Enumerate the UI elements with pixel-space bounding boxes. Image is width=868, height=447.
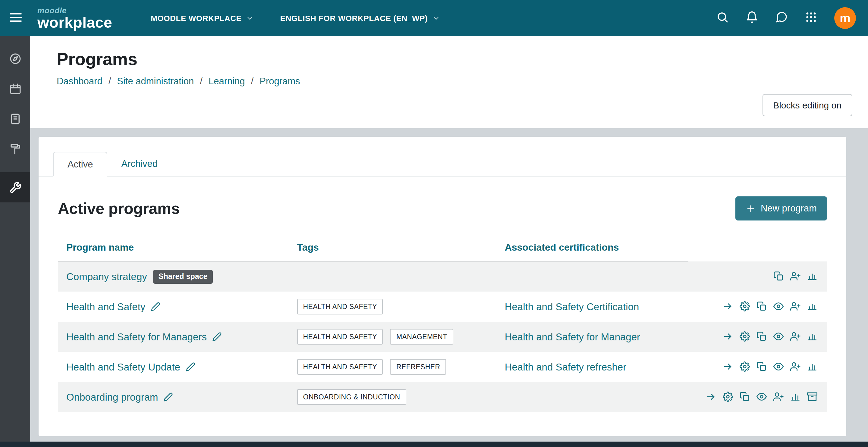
action-preview-button[interactable] xyxy=(771,360,786,374)
action-settings-button[interactable] xyxy=(720,390,735,404)
grid-icon xyxy=(805,11,817,24)
action-assign-users-button[interactable] xyxy=(771,390,786,404)
certification-link[interactable]: Health and Safety refresher xyxy=(505,361,627,372)
program-link[interactable]: Health and Safety for Managers xyxy=(66,331,207,342)
tab-active[interactable]: Active xyxy=(53,152,107,177)
action-report-button[interactable] xyxy=(805,299,820,314)
search-button[interactable] xyxy=(716,11,729,25)
chat-icon xyxy=(775,11,788,24)
sidebar-item-dashboard[interactable] xyxy=(0,43,30,73)
column-header-tags: Tags xyxy=(289,235,496,261)
action-duplicate-button[interactable] xyxy=(754,329,769,344)
certification-link[interactable]: Health and Safety Certification xyxy=(505,301,639,312)
hamburger-menu-button[interactable] xyxy=(8,10,23,26)
new-program-button[interactable]: New program xyxy=(735,196,827,221)
action-assign-users-button[interactable] xyxy=(788,329,803,344)
tag-pill: HEALTH AND SAFETY xyxy=(297,359,383,375)
action-open-button[interactable] xyxy=(720,329,735,344)
program-link[interactable]: Company strategy xyxy=(66,271,147,282)
program-link[interactable]: Onboarding program xyxy=(66,391,158,402)
action-settings-button[interactable] xyxy=(737,329,752,344)
page-header: Programs Dashboard / Site administration… xyxy=(30,36,868,128)
tag-pill: HEALTH AND SAFETY xyxy=(297,329,383,345)
program-link[interactable]: Health and Safety Update xyxy=(66,361,180,372)
program-row: Health and Safety for ManagersHEALTH AND… xyxy=(58,322,827,352)
action-preview-button[interactable] xyxy=(754,390,769,404)
tag-pill: HEALTH AND SAFETY xyxy=(297,299,383,315)
blocks-editing-button[interactable]: Blocks editing on xyxy=(762,94,852,116)
action-open-button[interactable] xyxy=(704,390,718,404)
breadcrumb-link-dashboard[interactable]: Dashboard xyxy=(57,76,102,87)
top-navbar: moodle workplace MOODLE WORKPLACE ENGLIS… xyxy=(0,0,868,36)
sidebar-item-calendar[interactable] xyxy=(0,73,30,104)
column-header-certifications: Associated certifications xyxy=(496,235,689,261)
action-assign-users-button[interactable] xyxy=(788,269,803,283)
assign-users-icon xyxy=(790,362,801,372)
notifications-button[interactable] xyxy=(746,11,758,25)
action-settings-button[interactable] xyxy=(737,299,752,314)
action-report-button[interactable] xyxy=(805,269,820,283)
edit-name-pencil-icon[interactable] xyxy=(212,332,222,341)
tools-icon xyxy=(9,181,22,194)
nav-menu-label: MOODLE WORKPLACE xyxy=(151,13,241,23)
tab-archived[interactable]: Archived xyxy=(107,151,172,176)
preview-icon xyxy=(773,332,784,342)
messages-button[interactable] xyxy=(775,11,788,25)
duplicate-icon xyxy=(740,392,750,402)
action-duplicate-button[interactable] xyxy=(737,390,752,404)
action-open-button[interactable] xyxy=(720,360,735,374)
edit-name-pencil-icon[interactable] xyxy=(186,362,195,372)
card-body: Active programs New program Program name… xyxy=(38,196,846,436)
action-preview-button[interactable] xyxy=(771,299,786,314)
calendar-icon xyxy=(9,82,22,95)
tag-pill: ONBOARDING & INDUCTION xyxy=(297,389,406,405)
action-duplicate-button[interactable] xyxy=(754,299,769,314)
action-duplicate-button[interactable] xyxy=(771,269,786,283)
action-open-button[interactable] xyxy=(720,299,735,314)
action-preview-button[interactable] xyxy=(771,329,786,344)
program-link[interactable]: Health and Safety xyxy=(66,301,145,312)
main-area: Programs Dashboard / Site administration… xyxy=(30,36,868,447)
duplicate-icon xyxy=(756,362,767,372)
sidebar-item-appearance[interactable] xyxy=(0,134,30,164)
breadcrumb-link-site-administration[interactable]: Site administration xyxy=(117,76,194,87)
action-report-button[interactable] xyxy=(805,360,820,374)
breadcrumb-link-learning[interactable]: Learning xyxy=(209,76,245,87)
open-icon xyxy=(706,392,716,402)
search-icon xyxy=(716,11,729,24)
action-report-button[interactable] xyxy=(805,329,820,344)
certification-link[interactable]: Health and Safety for Manager xyxy=(505,331,640,342)
edit-name-pencil-icon[interactable] xyxy=(164,392,173,402)
nav-menu-moodle-workplace[interactable]: MOODLE WORKPLACE xyxy=(151,13,253,23)
hamburger-icon xyxy=(8,10,23,24)
logo-workplace-text: workplace xyxy=(37,15,112,30)
tabs-bar: Active Archived xyxy=(38,137,846,177)
roller-icon xyxy=(9,142,22,155)
breadcrumb-separator: / xyxy=(251,76,254,87)
nav-menu-language[interactable]: ENGLISH FOR WORKPLACE (EN_WP) xyxy=(280,13,440,23)
content-background: Active Archived Active programs New prog… xyxy=(30,128,868,447)
action-assign-users-button[interactable] xyxy=(788,299,803,314)
section-header-row: Active programs New program xyxy=(58,196,827,221)
action-settings-button[interactable] xyxy=(737,360,752,374)
sidebar-item-courses[interactable] xyxy=(0,104,30,134)
breadcrumb-separator: / xyxy=(200,76,203,87)
preview-icon xyxy=(756,392,767,402)
action-assign-users-button[interactable] xyxy=(788,360,803,374)
moodle-workplace-logo[interactable]: moodle workplace xyxy=(37,6,112,30)
preview-icon xyxy=(773,301,784,312)
action-report-button[interactable] xyxy=(788,390,803,404)
preview-icon xyxy=(773,362,784,372)
user-avatar[interactable]: m xyxy=(834,7,856,29)
apps-launcher-button[interactable] xyxy=(805,11,817,25)
new-program-label: New program xyxy=(761,203,817,214)
breadcrumb-link-programs[interactable]: Programs xyxy=(259,76,300,87)
action-duplicate-button[interactable] xyxy=(754,360,769,374)
edit-name-pencil-icon[interactable] xyxy=(151,301,160,311)
assign-users-icon xyxy=(790,301,801,312)
settings-icon xyxy=(740,362,750,372)
action-archive-button[interactable] xyxy=(805,390,820,404)
column-header-actions xyxy=(689,235,827,261)
sidebar-item-site-administration[interactable] xyxy=(0,172,30,202)
report-icon xyxy=(807,332,817,342)
